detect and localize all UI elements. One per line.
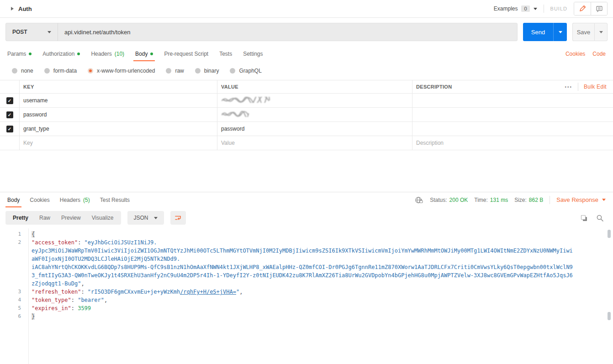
format-select[interactable]: JSON — [127, 211, 164, 225]
row-checkbox-checked[interactable]: ✓ — [6, 111, 13, 118]
key-cell[interactable]: password — [19, 108, 217, 121]
mode-x-www-form-urlencoded[interactable]: x-www-form-urlencoded — [88, 68, 155, 74]
green-dot-icon — [150, 53, 153, 55]
key-cell[interactable]: username — [19, 94, 217, 107]
tab-label: Headers — [91, 51, 111, 57]
json-string: 3_fmtIIyG3A3-QW0nTweOKJy1t4SRXEhU3anHfy2… — [32, 272, 573, 279]
save-button[interactable]: Save — [572, 23, 594, 41]
key-input-placeholder[interactable]: Key — [19, 136, 217, 150]
code-line-wrap: iAC8ahYNrtQhCKOKKvdLG6BQDp7s8HUP9Ms-QfC9… — [0, 263, 613, 271]
examples-dropdown[interactable]: Examples 0 — [494, 5, 537, 12]
request-title-group[interactable]: Auth — [11, 5, 32, 12]
view-raw[interactable]: Raw — [34, 215, 56, 221]
line-number: 4 — [0, 296, 21, 304]
scrollbar-mark[interactable] — [608, 312, 611, 320]
wrap-lines-button[interactable] — [170, 211, 186, 225]
value-cell-masked[interactable] — [217, 108, 412, 121]
key-cell[interactable]: grant_type — [19, 122, 217, 136]
green-dot-icon — [29, 53, 32, 55]
tab-count: (10) — [115, 51, 124, 57]
row-checkbox-checked[interactable]: ✓ — [6, 126, 13, 132]
code-line: 2"access_token": "eyJhbGciOiJSUzI1NiJ9. — [0, 238, 613, 247]
time-value: 131 ms — [490, 197, 508, 203]
description-cell[interactable] — [412, 108, 613, 121]
status-label: Status: — [430, 197, 447, 203]
response-tab-cookies[interactable]: Cookies — [30, 192, 49, 207]
response-tab-body[interactable]: Body — [7, 192, 20, 207]
mode-none[interactable]: none — [12, 68, 33, 74]
chevron-down-icon — [559, 31, 562, 33]
mode-binary[interactable]: binary — [195, 68, 219, 74]
view-pretty[interactable]: Pretty — [7, 215, 34, 221]
tab-pre-request-script[interactable]: Pre-request Script — [164, 46, 208, 61]
send-options-button[interactable] — [553, 23, 567, 41]
json-key: "expires_in" — [32, 305, 71, 311]
search-icon[interactable] — [596, 214, 604, 222]
comments-button[interactable] — [591, 2, 607, 15]
description-cell[interactable] — [412, 94, 613, 107]
json-key: "access_token" — [32, 239, 78, 246]
table-row: ✓ password — [0, 108, 613, 122]
chevron-down-icon — [599, 31, 603, 33]
tab-settings[interactable]: Settings — [243, 46, 263, 61]
divider — [544, 5, 544, 13]
description-cell[interactable] — [412, 122, 613, 136]
tab-body[interactable]: Body — [135, 46, 153, 61]
empty-check-cell — [0, 136, 19, 150]
view-preview[interactable]: Preview — [56, 215, 86, 221]
code-line: 1{ — [0, 230, 613, 238]
save-button-group: Save — [572, 23, 608, 41]
value-input-placeholder[interactable]: Value — [217, 136, 412, 150]
open-brace: { — [32, 231, 35, 237]
copy-icon[interactable] — [580, 214, 588, 222]
radio-icon — [230, 68, 235, 74]
mode-raw[interactable]: raw — [166, 68, 184, 74]
response-body-editor[interactable]: 1{ 2"access_token": "eyJhbGciOiJSUzI1NiJ… — [0, 228, 613, 364]
mode-graphql[interactable]: GraphQL — [230, 68, 261, 74]
save-response-button[interactable]: Save Response — [556, 196, 606, 203]
row-checkbox-checked[interactable]: ✓ — [6, 97, 13, 104]
tab-label: Body — [135, 51, 148, 57]
line-number: 5 — [0, 304, 21, 312]
description-input-placeholder[interactable]: Description — [412, 136, 613, 150]
value-cell[interactable]: password — [217, 122, 412, 136]
save-options-button[interactable] — [594, 23, 608, 41]
chevron-down-icon — [534, 8, 537, 10]
table-row-empty: Key Value Description — [0, 136, 613, 150]
scrollbar-thumb[interactable] — [608, 230, 611, 238]
line-number: 6 — [0, 312, 21, 321]
wrap-lines-icon — [174, 214, 182, 222]
save-label: Save — [577, 29, 591, 36]
send-button[interactable]: Send — [523, 23, 553, 41]
json-key: "token_type" — [32, 297, 71, 303]
more-actions-button[interactable]: ••• — [565, 84, 572, 90]
network-globe-icon[interactable] — [415, 196, 423, 204]
view-visualize[interactable]: Visualize — [86, 215, 119, 221]
format-value: JSON — [134, 215, 148, 221]
bulk-edit-button[interactable]: Bulk Edit — [584, 84, 607, 90]
json-key: "refresh_token" — [32, 289, 81, 295]
cookies-link[interactable]: Cookies — [565, 51, 585, 57]
code-link[interactable]: Code — [592, 51, 606, 57]
response-tab-headers[interactable]: Headers(5) — [60, 192, 90, 207]
tab-label: Cookies — [30, 197, 49, 203]
code-line: 4"token_type": "bearer", — [0, 296, 613, 304]
mode-label: GraphQL — [239, 68, 261, 74]
url-input[interactable]: api.vidinet.net/auth/token — [58, 23, 517, 41]
tab-params[interactable]: Params — [7, 46, 32, 61]
examples-count-badge: 0 — [521, 5, 529, 12]
json-string: iAC8ahYNrtQhCKOKKvdLG6BQDp7s8HUP9Ms-QfC9… — [32, 264, 573, 270]
tab-authorization[interactable]: Authorization — [42, 46, 80, 61]
edit-button[interactable] — [574, 2, 591, 15]
key-column-header: KEY — [19, 80, 217, 93]
tab-headers[interactable]: Headers(10) — [91, 46, 124, 61]
mode-form-data[interactable]: form-data — [44, 68, 77, 74]
close-brace: } — [32, 313, 35, 320]
json-string-link[interactable]: /rqhFy+H/eS+jVHA= — [180, 289, 236, 295]
value-cell-masked[interactable] — [217, 94, 412, 107]
response-tab-test-results[interactable]: Test Results — [100, 192, 130, 207]
table-header-row: KEY VALUE DESCRIPTION ••• Bulk Edit — [0, 80, 613, 94]
tab-tests[interactable]: Tests — [219, 46, 232, 61]
chevron-down-icon — [154, 217, 158, 219]
method-select[interactable]: POST — [6, 23, 58, 41]
